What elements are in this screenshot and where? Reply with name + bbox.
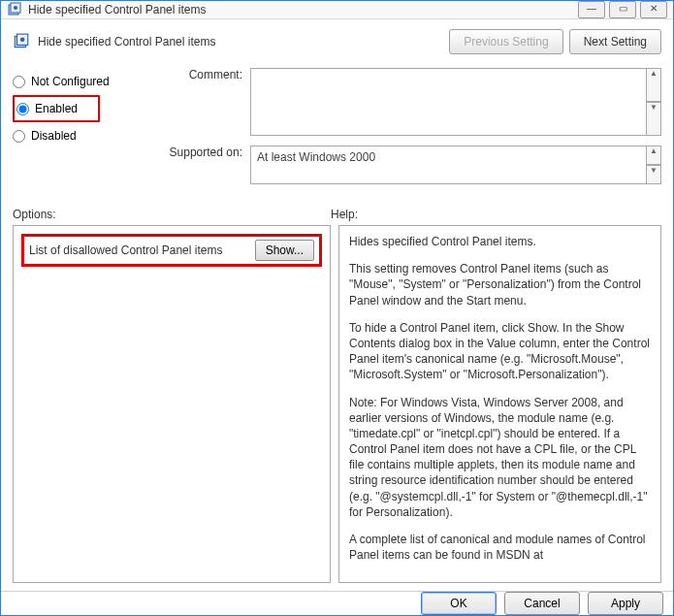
- radio-enabled-label: Enabled: [35, 102, 78, 115]
- apply-button[interactable]: Apply: [588, 592, 663, 615]
- help-panel[interactable]: Hides specified Control Panel items. Thi…: [338, 225, 661, 583]
- supported-value: At least Windows 2000: [257, 150, 375, 164]
- radio-disabled[interactable]: Disabled: [13, 122, 158, 149]
- help-paragraph: Hides specified Control Panel items.: [349, 234, 651, 249]
- supported-up-icon[interactable]: ▲: [646, 146, 661, 165]
- supported-label: Supported on:: [158, 146, 250, 184]
- comment-label: Comment:: [158, 68, 250, 136]
- help-paragraph: To hide a Control Panel item, click Show…: [349, 320, 651, 383]
- svg-point-2: [14, 6, 17, 10]
- maximize-button[interactable]: ▭: [609, 1, 636, 18]
- header: Hide specified Control Panel items Previ…: [13, 29, 661, 54]
- help-label: Help:: [331, 208, 358, 221]
- option-disallowed-list-label: List of disallowed Control Panel items: [29, 243, 255, 257]
- titlebar: Hide specified Control Panel items ― ▭ ✕: [1, 1, 673, 19]
- minimize-button[interactable]: ―: [578, 1, 605, 18]
- next-setting-button[interactable]: Next Setting: [569, 29, 661, 54]
- ok-button[interactable]: OK: [421, 592, 497, 615]
- radio-enabled-input[interactable]: [16, 103, 29, 115]
- policy-title: Hide specified Control Panel items: [38, 35, 215, 49]
- app-icon: [7, 2, 22, 17]
- help-paragraph: A complete list of canonical and module …: [349, 532, 651, 563]
- comment-input[interactable]: [250, 68, 647, 136]
- help-paragraph: This setting removes Control Panel items…: [349, 261, 651, 308]
- help-paragraph: Note: For Windows Vista, Windows Server …: [349, 395, 651, 521]
- options-label: Options:: [13, 208, 331, 221]
- svg-point-5: [20, 38, 25, 43]
- comment-spinner: ▲ ▼: [646, 68, 661, 136]
- option-disallowed-list: List of disallowed Control Panel items S…: [21, 234, 322, 267]
- comment-up-icon[interactable]: ▲: [646, 68, 661, 102]
- dialog-buttons: OK Cancel Apply: [1, 591, 673, 615]
- radio-not-configured-input[interactable]: [13, 76, 25, 88]
- radio-disabled-label: Disabled: [31, 129, 77, 143]
- supported-down-icon[interactable]: ▼: [646, 165, 661, 184]
- window-title: Hide specified Control Panel items: [28, 3, 206, 16]
- radio-enabled[interactable]: Enabled: [13, 95, 100, 122]
- radio-not-configured-label: Not Configured: [31, 75, 110, 88]
- state-radios: Not Configured Enabled Disabled: [13, 68, 158, 194]
- show-button[interactable]: Show...: [255, 240, 314, 261]
- previous-setting-button[interactable]: Previous Setting: [449, 29, 562, 54]
- comment-down-icon[interactable]: ▼: [646, 102, 661, 136]
- radio-not-configured[interactable]: Not Configured: [13, 68, 158, 95]
- radio-disabled-input[interactable]: [13, 130, 25, 143]
- supported-field: At least Windows 2000: [250, 146, 647, 184]
- supported-spinner: ▲ ▼: [646, 146, 661, 184]
- policy-icon: [13, 33, 30, 50]
- options-panel: List of disallowed Control Panel items S…: [13, 225, 331, 583]
- cancel-button[interactable]: Cancel: [504, 592, 580, 615]
- close-button[interactable]: ✕: [640, 1, 667, 18]
